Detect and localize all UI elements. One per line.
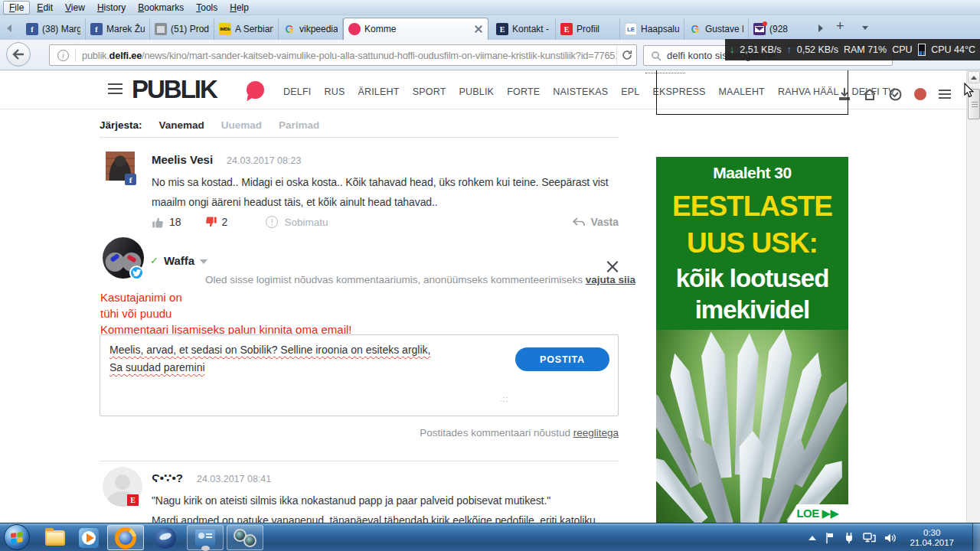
comment-text-line: No mis sa kostad.. Midagi ei oska kosta.… bbox=[152, 172, 609, 192]
tab-title: vikpeedia - bbox=[299, 24, 338, 34]
tab-scroll-left-icon[interactable] bbox=[2, 18, 17, 37]
power-plug-icon[interactable] bbox=[844, 532, 854, 544]
browser-tab[interactable]: f (38) Margu bbox=[21, 18, 86, 40]
menu-bookmarks[interactable]: Bookmarks bbox=[132, 2, 189, 14]
browser-tab[interactable]: LE Haapsalu p bbox=[620, 18, 684, 40]
page-scrollbar[interactable] bbox=[966, 70, 980, 523]
comment-actions-row: 18 2 Sobimatu Vasta bbox=[152, 214, 619, 230]
menu-tools[interactable]: Tools bbox=[191, 2, 223, 14]
ekspress-badge-icon: E bbox=[127, 494, 139, 506]
nav-sport[interactable]: SPORT bbox=[413, 86, 446, 97]
browser-tab[interactable]: f Marek Žug bbox=[86, 18, 150, 40]
comment-text-line: maailm ongi ääreni headust täis, et kõik… bbox=[152, 192, 438, 212]
dislike-group: 2 bbox=[204, 216, 228, 229]
comment-author[interactable]: Meelis Vesi bbox=[152, 153, 213, 166]
address-bar[interactable]: i publik.delfi.ee/news/kino/mart-sander-… bbox=[49, 44, 637, 66]
nav-forte[interactable]: FORTE bbox=[507, 86, 540, 97]
close-icon[interactable] bbox=[606, 259, 619, 273]
browser-tab[interactable]: IMDb A Serbian F bbox=[214, 18, 279, 40]
webpage: PUBLIK DELFI RUS ÄRILEHT SPORT PUBLIK FO… bbox=[0, 70, 966, 523]
chevron-down-icon[interactable] bbox=[200, 259, 207, 264]
nav-publik[interactable]: PUBLIK bbox=[459, 86, 494, 97]
taskbar-seamonkey-icon[interactable] bbox=[147, 525, 184, 550]
nav-delfi[interactable]: DELFI bbox=[283, 86, 311, 97]
menu-file[interactable]: File bbox=[3, 1, 30, 15]
menu-help[interactable]: Help bbox=[224, 2, 254, 14]
clipboard-icon bbox=[155, 23, 167, 35]
blue-pill bbox=[109, 253, 119, 262]
taskbar-lens-app-icon[interactable] bbox=[227, 525, 263, 550]
show-hidden-icons[interactable] bbox=[808, 536, 816, 540]
browser-tab-active[interactable]: Komme bbox=[343, 18, 488, 40]
thumbs-up-icon[interactable] bbox=[152, 216, 165, 229]
new-tab-button[interactable]: + bbox=[836, 18, 844, 34]
search-icon bbox=[651, 51, 662, 61]
sort-uuemad[interactable]: Uuemad bbox=[221, 119, 262, 131]
comment-author[interactable]: Ϛ•∵•? bbox=[152, 471, 183, 485]
sort-parimad[interactable]: Parimad bbox=[279, 119, 319, 131]
scroll-up-button[interactable] bbox=[968, 71, 980, 83]
rules-link[interactable]: reeglitega bbox=[573, 427, 619, 439]
clock-date: 21.04.2017 bbox=[910, 538, 954, 548]
taskbar-control-panel-icon[interactable] bbox=[187, 525, 224, 550]
back-button[interactable] bbox=[6, 42, 31, 67]
list-all-tabs-icon[interactable] bbox=[858, 18, 873, 37]
home-icon[interactable] bbox=[863, 88, 877, 101]
menu-edit[interactable]: Edit bbox=[31, 2, 58, 14]
nav-rus[interactable]: RUS bbox=[324, 86, 345, 97]
download-speed: 2,51 KB/s bbox=[740, 44, 781, 55]
menu-history[interactable]: History bbox=[92, 2, 131, 14]
hamburger-menu-icon[interactable] bbox=[939, 90, 951, 99]
tab-title: Kontakt - E bbox=[512, 24, 550, 34]
taskbar-clock[interactable]: 0:30 21.04.2017 bbox=[905, 528, 954, 548]
url-text[interactable]: publik.delfi.ee/news/kino/mart-sander-ka… bbox=[82, 50, 616, 61]
taskbar-firefox-icon[interactable] bbox=[107, 525, 144, 550]
tab-scroll-right-icon[interactable] bbox=[813, 18, 828, 37]
comment-header: Meelis Vesi 24.03.2017 08:23 bbox=[152, 153, 301, 166]
reply-button[interactable]: Vasta bbox=[572, 216, 619, 228]
taskbar-media-player-icon[interactable] bbox=[70, 525, 107, 550]
show-desktop-button[interactable] bbox=[972, 523, 980, 551]
dislike-count: 2 bbox=[222, 216, 228, 228]
nav-arileht[interactable]: ÄRILEHT bbox=[358, 86, 399, 97]
shield-icon[interactable] bbox=[889, 88, 902, 101]
nav-naistekas[interactable]: NAISTEKAS bbox=[553, 86, 608, 97]
browser-tab[interactable]: E Kontakt - E bbox=[492, 18, 556, 40]
browser-tab[interactable]: G vikpeedia - bbox=[279, 18, 343, 40]
menu-view[interactable]: View bbox=[60, 2, 90, 14]
close-tab-icon[interactable] bbox=[474, 24, 483, 34]
action-center-flag-icon[interactable] bbox=[825, 532, 835, 544]
taskbar-explorer-icon[interactable] bbox=[37, 525, 74, 550]
report-button[interactable]: Sobimatu bbox=[266, 216, 328, 228]
speaker-icon[interactable] bbox=[884, 533, 897, 543]
browser-tab[interactable]: (51) Produc bbox=[150, 18, 214, 40]
login-notice-link[interactable]: vajuta siia bbox=[586, 274, 635, 285]
network-icon[interactable] bbox=[863, 532, 876, 543]
browser-tab[interactable]: (928 bbox=[749, 18, 810, 40]
comment-textarea[interactable]: Meelis, arvad, et sedasi on Sobilik? Sel… bbox=[100, 334, 619, 416]
divider bbox=[100, 137, 619, 138]
facebook-icon: f bbox=[90, 23, 103, 35]
tab-title: Marek Žug bbox=[106, 24, 145, 34]
mouse-cursor bbox=[964, 83, 975, 102]
site-logo[interactable]: PUBLIK bbox=[132, 75, 217, 104]
submit-comment-button[interactable]: POSTITA bbox=[515, 347, 609, 371]
imdb-icon: IMDb bbox=[219, 23, 231, 35]
browser-tab[interactable]: G Gustave Do bbox=[684, 18, 749, 40]
upload-speed: 0,52 KB/s bbox=[797, 44, 838, 55]
ad-headline: UUS USK: bbox=[656, 227, 848, 259]
logged-in-user-row[interactable]: Waffa bbox=[150, 254, 207, 267]
ad-banner[interactable]: Maaleht 30 EESTLASTE UUS USK: kõik lootu… bbox=[656, 157, 848, 523]
start-button[interactable] bbox=[4, 524, 30, 550]
browser-tab[interactable]: E Profiil bbox=[556, 18, 620, 40]
thumbs-down-icon[interactable] bbox=[204, 216, 217, 229]
resize-grip-icon[interactable]: .:: bbox=[500, 395, 508, 403]
comment-draft-text[interactable]: Meelis, arvad, et sedasi on Sobilik? Sel… bbox=[109, 341, 430, 377]
site-info-icon[interactable]: i bbox=[57, 50, 69, 61]
ad-cta-button[interactable]: LOE ▶▶ bbox=[787, 504, 848, 523]
sort-vanemad[interactable]: Vanemad bbox=[159, 119, 204, 131]
nav-epl[interactable]: EPL bbox=[621, 86, 639, 97]
pocket-icon[interactable] bbox=[914, 88, 926, 100]
site-menu-icon[interactable] bbox=[108, 83, 122, 94]
reload-button[interactable] bbox=[616, 45, 636, 65]
